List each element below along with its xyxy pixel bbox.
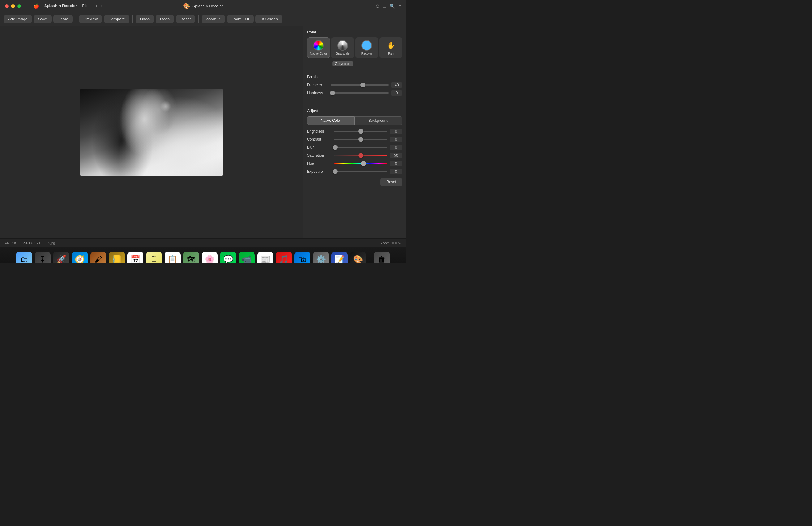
- dock-news[interactable]: 📰: [257, 252, 273, 263]
- dock-finder[interactable]: 🗂: [16, 252, 32, 263]
- tab-background[interactable]: Background: [355, 116, 402, 125]
- contrast-value: 0: [390, 137, 402, 142]
- separator-3: [198, 15, 199, 23]
- undo-button[interactable]: Undo: [136, 15, 154, 23]
- dock-safari[interactable]: 🧭: [72, 252, 88, 263]
- hardness-value: 0: [391, 90, 402, 96]
- preview-button[interactable]: Preview: [79, 15, 102, 23]
- dock-splash-recolor[interactable]: 🎨: [350, 252, 366, 263]
- help-menu[interactable]: Help: [93, 3, 102, 9]
- hue-row: Hue 0: [307, 161, 402, 166]
- dock: 🗂 🎙 🚀 🧭 🖌 📒 📅 🗒 📋 🗺 🌸 💬 📹 📰 🎵 🛍: [0, 247, 406, 263]
- dock-reminders[interactable]: 📋: [164, 252, 180, 263]
- grayscale-label: Grayscale: [335, 52, 349, 55]
- native-color-tool[interactable]: Native Color: [307, 37, 330, 58]
- titlebar-controls: ⎔ □ 🔍 ≡: [376, 4, 401, 9]
- app-name-menu[interactable]: Splash n Recolor: [44, 3, 77, 9]
- diameter-thumb[interactable]: [360, 82, 365, 88]
- grayscale-tool[interactable]: Grayscale Grayscale: [331, 37, 354, 58]
- dock-siri[interactable]: 🎙: [35, 252, 51, 263]
- dock-notes[interactable]: 🗒: [146, 252, 162, 263]
- contrast-row: Contrast 0: [307, 137, 402, 142]
- status-bar: 441 KB 2560 X 160 18.jpg Zoom: 100 %: [0, 238, 406, 247]
- dock-photos[interactable]: 🌸: [202, 252, 218, 263]
- adjust-tabs: Native Color Background: [307, 116, 402, 125]
- blur-label: Blur: [307, 145, 332, 150]
- diameter-slider[interactable]: [331, 84, 389, 86]
- dock-alternote[interactable]: 📝: [332, 252, 348, 263]
- contrast-thumb[interactable]: [358, 137, 363, 142]
- adjust-reset-button[interactable]: Reset: [380, 178, 402, 186]
- dock-music[interactable]: 🎵: [276, 252, 292, 263]
- brightness-thumb[interactable]: [358, 129, 363, 134]
- add-image-button[interactable]: Add Image: [4, 15, 32, 23]
- file-menu[interactable]: File: [82, 3, 88, 9]
- saturation-label: Saturation: [307, 153, 332, 157]
- divider-2: [307, 106, 402, 106]
- exposure-slider[interactable]: [334, 171, 388, 172]
- blur-thumb[interactable]: [333, 145, 338, 150]
- redo-button[interactable]: Redo: [156, 15, 174, 23]
- titlebar-menu: 🍎 Splash n Recolor File Help: [33, 3, 102, 9]
- toolbar: Add Image Save Share Preview Compare Und…: [0, 12, 406, 26]
- save-button[interactable]: Save: [34, 15, 52, 23]
- brightness-slider[interactable]: [334, 131, 388, 132]
- recolor-icon: [361, 40, 372, 51]
- adjust-section-title: Adjust: [307, 108, 402, 113]
- hardness-thumb[interactable]: [330, 91, 335, 95]
- hue-thumb[interactable]: [361, 161, 366, 166]
- share-button[interactable]: Share: [54, 15, 73, 23]
- minimize-button[interactable]: [11, 4, 15, 8]
- exposure-thumb[interactable]: [333, 169, 338, 174]
- airplay-icon[interactable]: ⎔: [376, 4, 379, 9]
- main-layout: Paint Native Color Grayscale Grayscale R…: [0, 26, 406, 238]
- exposure-value: 0: [390, 169, 402, 174]
- menu-icon[interactable]: ≡: [398, 4, 401, 9]
- divider-1: [307, 72, 402, 72]
- contrast-slider[interactable]: [334, 139, 388, 140]
- dock-calendar[interactable]: 📅: [127, 252, 144, 263]
- photo-canvas: [81, 89, 223, 176]
- dock-contacts[interactable]: 📒: [109, 252, 125, 263]
- dock-rocket[interactable]: 🚀: [53, 252, 69, 263]
- dock-appstore[interactable]: 🛍: [294, 252, 310, 263]
- right-panel: Paint Native Color Grayscale Grayscale R…: [303, 26, 406, 238]
- recolor-label: Recolor: [361, 52, 372, 55]
- pan-icon: ✋: [386, 40, 396, 51]
- saturation-slider[interactable]: [334, 155, 388, 156]
- compare-button[interactable]: Compare: [104, 15, 129, 23]
- saturation-thumb[interactable]: [358, 153, 363, 158]
- blur-slider[interactable]: [334, 147, 388, 148]
- close-button[interactable]: [5, 4, 9, 8]
- grayscale-tooltip: Grayscale: [332, 61, 353, 66]
- canvas-area[interactable]: [0, 26, 303, 238]
- filename: 18.jpg: [46, 241, 55, 245]
- display-icon[interactable]: □: [383, 4, 386, 9]
- brightness-row: Brightness 0: [307, 129, 402, 134]
- maximize-button[interactable]: [17, 4, 21, 8]
- dock-trash[interactable]: 🗑: [374, 252, 390, 263]
- exposure-row: Exposure 0: [307, 169, 402, 174]
- apple-menu[interactable]: 🍎: [33, 3, 39, 9]
- dock-sysprefs[interactable]: ⚙️: [313, 252, 329, 263]
- diameter-row: Diameter 40: [307, 82, 402, 88]
- traffic-lights: [5, 4, 21, 8]
- tab-native-color[interactable]: Native Color: [307, 116, 355, 125]
- dock-messages[interactable]: 💬: [220, 252, 236, 263]
- zoom-in-button[interactable]: Zoom In: [202, 15, 225, 23]
- dock-maps[interactable]: 🗺: [183, 252, 199, 263]
- zoom-out-button[interactable]: Zoom Out: [227, 15, 253, 23]
- dock-facetime[interactable]: 📹: [239, 252, 255, 263]
- pan-tool[interactable]: ✋ Pan: [379, 37, 402, 58]
- contrast-label: Contrast: [307, 137, 332, 141]
- dock-pixelmator[interactable]: 🖌: [90, 252, 106, 263]
- paint-tools: Native Color Grayscale Grayscale Recolor…: [307, 37, 402, 58]
- recolor-tool[interactable]: Recolor: [355, 37, 378, 58]
- search-icon[interactable]: 🔍: [390, 4, 395, 9]
- reset-button[interactable]: Reset: [176, 15, 195, 23]
- hue-label: Hue: [307, 161, 332, 166]
- fit-screen-button[interactable]: Fit Screen: [256, 15, 282, 23]
- exposure-label: Exposure: [307, 169, 332, 174]
- hue-slider[interactable]: [334, 163, 388, 164]
- hardness-slider[interactable]: [331, 92, 389, 94]
